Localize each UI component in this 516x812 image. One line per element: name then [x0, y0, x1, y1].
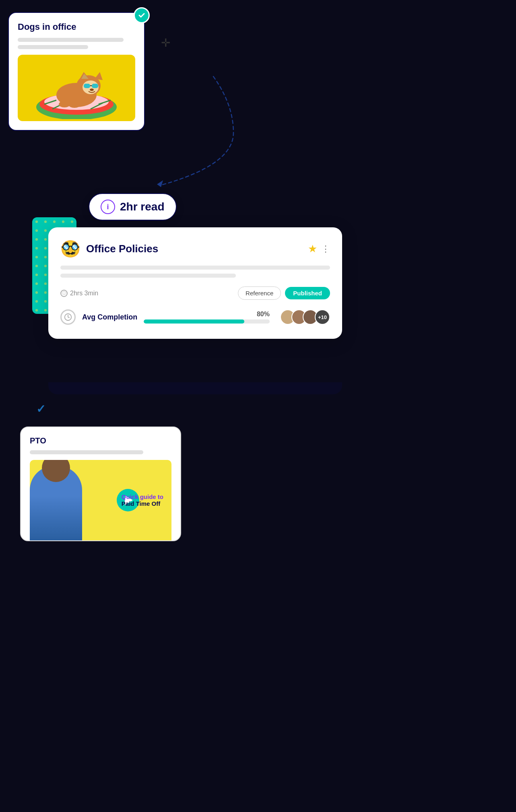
avatar-group: +10	[280, 309, 330, 325]
clock-icon	[60, 309, 76, 325]
person-body	[30, 466, 82, 540]
meta-badges: Reference Published	[238, 286, 330, 300]
person-head	[42, 460, 70, 482]
svg-marker-19	[157, 180, 163, 187]
dogs-card-image	[18, 55, 135, 121]
svg-rect-14	[92, 84, 98, 88]
video-text-line2: Paid Time Off	[122, 500, 163, 507]
star-icon[interactable]: ★	[308, 243, 317, 255]
office-card-actions: ★ ⋮	[308, 243, 330, 255]
chevron-down-icon: ✓	[36, 402, 45, 416]
dogs-card-title: Dogs in office	[18, 22, 135, 32]
dogs-card-line1	[18, 38, 124, 42]
time-icon: ⓘ	[60, 290, 68, 297]
progress-bar-fill	[144, 319, 244, 324]
office-policies-card: 🥸 Office Policies ★ ⋮ ⓘ 2hrs 3min Refere…	[48, 227, 342, 339]
read-pill-text: 2hr read	[120, 200, 165, 213]
avatar-overflow: +10	[315, 309, 330, 325]
office-card-meta: ⓘ 2hrs 3min Reference Published	[60, 286, 330, 300]
svg-rect-13	[84, 84, 90, 88]
reference-badge: Reference	[238, 286, 281, 300]
progress-bar-track	[144, 319, 270, 324]
checkmark-badge	[134, 7, 150, 23]
svg-point-18	[69, 102, 80, 108]
info-icon: i	[101, 200, 115, 214]
completion-label: Avg Completion	[82, 313, 137, 322]
completion-percent: 80%	[144, 311, 270, 318]
read-pill: i 2hr read	[89, 193, 177, 221]
office-card-completion: Avg Completion 80% +10	[60, 309, 330, 325]
pto-card-line	[30, 450, 143, 454]
time-value: 2hrs 3min	[70, 290, 98, 297]
card-shadow	[48, 382, 342, 394]
office-card-title: Office Policies	[86, 243, 158, 255]
video-text-line1: Quick guide to	[122, 493, 163, 500]
office-emoji: 🥸	[60, 239, 80, 258]
more-options-icon[interactable]: ⋮	[321, 244, 330, 254]
meta-time: ⓘ 2hrs 3min	[60, 290, 98, 297]
dogs-card: Dogs in office	[8, 12, 145, 131]
office-card-desc-line2	[60, 274, 236, 278]
published-badge: Published	[285, 287, 330, 299]
plus-icon: ✛	[161, 36, 170, 49]
pto-card: PTO Quick guide to Paid Time Off	[20, 427, 181, 541]
office-card-desc-line1	[60, 266, 330, 270]
pto-card-title: PTO	[30, 436, 171, 445]
svg-point-16	[90, 89, 94, 91]
completion-bar-area: 80%	[144, 311, 270, 324]
video-text: Quick guide to Paid Time Off	[122, 493, 163, 507]
svg-point-17	[59, 101, 70, 107]
office-card-header: 🥸 Office Policies ★ ⋮	[60, 239, 330, 258]
office-card-title-row: 🥸 Office Policies	[60, 239, 158, 258]
dogs-card-line2	[18, 45, 88, 49]
pto-video-thumbnail[interactable]: Quick guide to Paid Time Off	[30, 460, 171, 540]
person-illustration	[30, 460, 94, 540]
svg-marker-11	[95, 72, 103, 80]
